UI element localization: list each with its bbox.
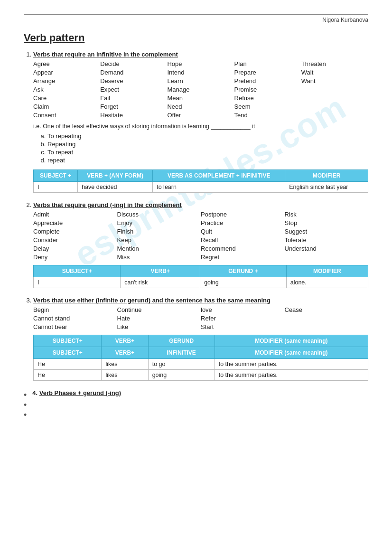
verb: Like — [117, 323, 201, 331]
verb: Cannot stand — [33, 314, 117, 322]
table-cell: have decided — [78, 182, 153, 193]
section2-title: Verbs that require gerund (-ing) in the … — [33, 201, 182, 208]
verb: Understand — [285, 245, 369, 253]
table-cell: to the summer parties. — [215, 370, 368, 381]
verb: Keep — [117, 236, 201, 244]
table-cell: can't risk — [121, 277, 200, 288]
verb: Tolerate — [285, 236, 369, 244]
bullet-dot: • — [24, 400, 27, 410]
verb — [285, 314, 369, 322]
verb: Pretend — [234, 77, 301, 85]
verb: Threaten — [301, 60, 368, 68]
verb: Refuse — [234, 94, 301, 102]
verb — [285, 323, 369, 331]
verb — [301, 94, 368, 102]
table-header: MODIFIER — [285, 170, 368, 182]
verb: Appreciate — [33, 219, 117, 227]
verb: Ask — [33, 85, 100, 94]
table-cell: likes — [102, 370, 148, 381]
verb: Discuss — [117, 210, 201, 218]
verb — [301, 85, 368, 94]
verb: Want — [301, 77, 368, 85]
table-header: VERB+ — [102, 347, 148, 359]
verb: Hate — [117, 314, 201, 322]
verb: love — [201, 306, 285, 314]
list-item: Repeating — [47, 141, 368, 148]
verb: Offer — [167, 111, 234, 119]
table-cell: English since last year — [285, 182, 368, 193]
table-cell: to learn — [153, 182, 285, 193]
verb: Wait — [301, 68, 368, 76]
table-header: INFINITIVE — [148, 347, 215, 359]
verb: Prepare — [234, 68, 301, 76]
verb: Cease — [285, 306, 369, 314]
verb: Demand — [100, 68, 167, 76]
verb: Need — [167, 103, 234, 111]
table-header: SUBJECT+ — [34, 335, 102, 347]
bullet-dot: • — [24, 410, 27, 420]
verb: Postpone — [201, 210, 285, 218]
page-title: Verb pattern — [24, 32, 368, 44]
verb: Manage — [167, 85, 234, 94]
table-cell: He — [34, 359, 102, 370]
verb: Complete — [33, 227, 117, 235]
author-name: Nigora Kurbanova — [24, 17, 368, 23]
table-cell: to go — [148, 359, 215, 370]
verb: Consider — [33, 236, 117, 244]
table-header: SUBJECT+ — [34, 347, 102, 359]
verb: Refer — [201, 314, 285, 322]
verb: Suggest — [285, 227, 369, 235]
table-cell: I — [34, 182, 78, 193]
verb: Recall — [201, 236, 285, 244]
verb: Quit — [201, 227, 285, 235]
section4-title: Verb Phases + gerund (-ing) — [39, 389, 121, 396]
verb — [285, 253, 369, 261]
list-item: repeat — [47, 157, 368, 164]
section3-verb-grid: Begin Continue love Cease Cannot stand H… — [33, 306, 368, 331]
verb: Begin — [33, 306, 117, 314]
verb: Delay — [33, 245, 117, 253]
table-header: MODIFIER (same meaning) — [215, 335, 368, 347]
table-header: GERUND + — [200, 265, 287, 277]
verb: Fail — [100, 94, 167, 102]
table-header: SUBJECT+ — [34, 265, 121, 277]
verb: Recommend — [201, 245, 285, 253]
table-header: VERB+ — [102, 335, 148, 347]
verb: Deny — [33, 253, 117, 261]
verb: Forget — [100, 103, 167, 111]
section1-example: i.e. One of the least effective ways of … — [33, 123, 368, 130]
verb: Expect — [100, 85, 167, 94]
table-header: VERB AS COMPLEMENT + INFINITIVE — [153, 170, 285, 182]
table-cell: alone. — [286, 277, 368, 288]
verb: Plan — [234, 60, 301, 68]
table-cell: I — [34, 277, 121, 288]
section1-title: Verbs that require an infinitive in the … — [33, 51, 178, 58]
list-item: To repeating — [47, 132, 368, 140]
section1-table: SUBJECT + VERB + (ANY FORM) VERB AS COMP… — [33, 169, 368, 193]
verb: Deserve — [100, 77, 167, 85]
verb: Start — [201, 323, 285, 331]
list-item: To repeat — [47, 149, 368, 156]
verb: Promise — [234, 85, 301, 94]
verb: Continue — [117, 306, 201, 314]
verb: Claim — [33, 103, 100, 111]
table-cell: likes — [102, 359, 148, 370]
verb: Regret — [201, 253, 285, 261]
verb: Decide — [100, 60, 167, 68]
verb — [301, 111, 368, 119]
verb: Consent — [33, 111, 100, 119]
section2-table: SUBJECT+ VERB+ GERUND + MODIFIER I can't… — [33, 265, 368, 288]
table-header: MODIFIER — [286, 265, 368, 277]
table-header: MODIFIER (same meaning) — [215, 347, 368, 359]
verb: Enjoy — [117, 219, 201, 227]
verb: Learn — [167, 77, 234, 85]
table-cell: He — [34, 370, 102, 381]
table-header: GERUND — [148, 335, 215, 347]
verb: Intend — [167, 68, 234, 76]
verb: Mean — [167, 94, 234, 102]
verb: Hesitate — [100, 111, 167, 119]
verb: Cannot bear — [33, 323, 117, 331]
table-header: VERB+ — [121, 265, 200, 277]
verb: Risk — [285, 210, 369, 218]
header-line — [24, 14, 368, 15]
